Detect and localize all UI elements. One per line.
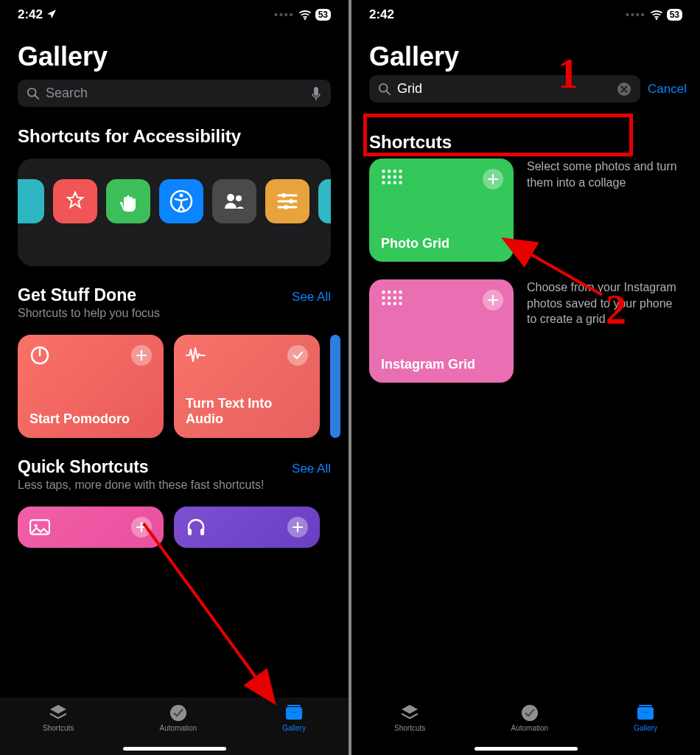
wifi-icon (299, 9, 311, 21)
status-bar: 2:42 •••• 53 (351, 0, 700, 25)
search-input[interactable] (397, 81, 617, 97)
result-instagram-grid[interactable]: Instagram Grid (369, 279, 514, 383)
cell-dots: •••• (626, 9, 646, 21)
page-title: Gallery (0, 25, 349, 80)
wifi-icon (651, 9, 662, 21)
search-input[interactable] (46, 86, 310, 101)
layers-icon (49, 703, 68, 723)
accessibility-heading: Shortcuts for Accessibility (0, 107, 349, 153)
check-badge (287, 345, 308, 366)
tab-label: Shortcuts (394, 724, 425, 732)
app-icon-hand (106, 179, 150, 223)
grid-icon (381, 290, 403, 306)
add-badge[interactable] (131, 517, 152, 537)
left-screenshot: 2:42 •••• 53 Gallery Shortcuts for Acces… (0, 0, 349, 755)
app-icon-star (53, 179, 97, 223)
image-icon (29, 517, 50, 537)
svg-line-36 (144, 523, 273, 700)
tab-label: Gallery (634, 724, 657, 732)
see-all-link[interactable]: See All (292, 290, 331, 305)
status-time: 2:42 (369, 7, 394, 22)
check-circle-icon (169, 703, 188, 723)
search-field[interactable] (369, 75, 640, 102)
results-heading: Shortcuts (351, 102, 700, 159)
tab-label: Shortcuts (43, 724, 74, 732)
check-circle-icon (520, 703, 539, 723)
app-icon-teal2 (318, 179, 331, 223)
result-photo-grid[interactable]: Photo Grid (369, 159, 514, 262)
add-badge[interactable] (483, 290, 503, 310)
headphones-icon (186, 517, 206, 537)
tab-label: Automation (511, 724, 548, 732)
result-label: Instagram Grid (381, 357, 502, 372)
clear-icon[interactable] (617, 82, 631, 97)
tile-peek[interactable] (330, 335, 340, 438)
tile-purple[interactable] (174, 507, 320, 548)
tab-shortcuts[interactable]: Shortcuts (43, 703, 74, 732)
search-icon (378, 83, 391, 96)
mic-icon[interactable] (310, 86, 322, 101)
add-badge[interactable] (483, 169, 503, 189)
quick-heading: Quick Shortcuts (18, 457, 149, 477)
waveform-icon (186, 345, 206, 366)
page-title: Gallery (351, 25, 700, 75)
status-bar: 2:42 •••• 53 (0, 0, 349, 25)
layers-icon (400, 703, 419, 723)
right-screenshot: 2:42 •••• 53 Gallery Cancel Shortcuts Ph… (351, 0, 700, 755)
location-icon (46, 9, 57, 21)
timer-icon (29, 345, 50, 366)
tab-label: Automation (159, 724, 197, 732)
tile-start-pomodoro[interactable]: Start Pomodoro (18, 335, 164, 438)
tab-automation[interactable]: Automation (159, 703, 197, 732)
home-indicator[interactable] (475, 747, 578, 751)
quick-subtitle: Less taps, more done with these fast sho… (0, 479, 349, 501)
tile-pink[interactable] (18, 507, 164, 548)
search-icon (27, 87, 40, 100)
tab-gallery[interactable]: Gallery (634, 703, 657, 732)
get-stuff-subtitle: Shortcuts to help you focus (0, 307, 349, 329)
cell-dots: •••• (274, 9, 295, 21)
app-icon-people (212, 179, 256, 223)
app-icon-sliders (265, 179, 309, 223)
grid-icon (381, 169, 403, 185)
tile-label: Start Pomodoro (29, 411, 152, 428)
app-icon-accessibility (159, 179, 203, 223)
app-icon-teal (18, 179, 44, 223)
tab-automation[interactable]: Automation (511, 703, 548, 732)
gallery-icon (636, 703, 655, 723)
accessibility-card[interactable] (18, 159, 331, 266)
result-desc: Choose from your Instagram photos saved … (527, 279, 682, 327)
tile-label: Turn Text Into Audio (186, 396, 308, 428)
result-label: Photo Grid (381, 236, 502, 251)
tab-gallery[interactable]: Gallery (282, 703, 306, 732)
see-all-link[interactable]: See All (292, 462, 331, 476)
battery-badge: 53 (667, 9, 682, 21)
tab-label: Gallery (282, 724, 306, 732)
gallery-icon (284, 703, 304, 723)
battery-badge: 53 (315, 9, 331, 21)
add-badge[interactable] (131, 345, 152, 366)
result-desc: Select some photos and turn them into a … (527, 159, 682, 190)
home-indicator[interactable] (123, 747, 226, 751)
status-time: 2:42 (18, 7, 43, 22)
tile-turn-text-audio[interactable]: Turn Text Into Audio (174, 335, 320, 438)
search-field[interactable] (18, 80, 331, 107)
get-stuff-heading: Get Stuff Done (18, 285, 136, 305)
tab-shortcuts[interactable]: Shortcuts (394, 703, 425, 732)
add-badge[interactable] (287, 517, 308, 537)
cancel-button[interactable]: Cancel (648, 82, 687, 97)
